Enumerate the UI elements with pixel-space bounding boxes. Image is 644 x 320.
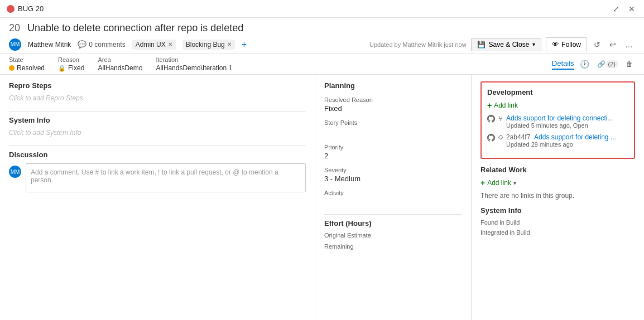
tag-blocking-bug: Blocking Bug ✕ (182, 40, 235, 50)
area-value: AllHandsDemo (98, 64, 142, 72)
eye-icon: 👁 (552, 40, 559, 49)
toolbar-right: Updated by Matthew Mitrik just now 💾 Sav… (369, 37, 635, 51)
iteration-label: Iteration (156, 56, 232, 63)
history-tab[interactable]: 🕐 (578, 59, 592, 70)
area-field: Area AllHandsDemo (98, 56, 142, 72)
area-label: Area (98, 56, 142, 63)
system-info-title: System Info (9, 116, 306, 124)
priority-value: 2 (324, 152, 462, 160)
iteration-field: Iteration AllHandsDemo\Iteration 1 (156, 56, 232, 72)
more-button[interactable]: … (623, 39, 635, 50)
effort-title: Effort (Hours) (324, 219, 462, 227)
story-points-value[interactable] (324, 127, 462, 137)
save-icon: 💾 (477, 41, 486, 49)
repro-steps-placeholder[interactable]: Click to add Repro Steps (9, 94, 306, 102)
found-in-build-field: Found in Build (480, 219, 635, 226)
discussion-title: Discussion (9, 151, 306, 159)
title-bar-left: BUG 20 (7, 4, 44, 13)
activity-value[interactable] (324, 197, 462, 207)
comments-link[interactable]: 💬 0 comments (78, 40, 125, 49)
activity-field: Activity (324, 190, 462, 207)
reason-label: Reason (58, 56, 84, 63)
dev-add-link-button[interactable]: + Add link (487, 101, 628, 110)
work-item-title-text: Unable to delete connection after repo i… (27, 22, 243, 33)
links-badge: (2) (605, 60, 618, 68)
priority-field: Priority 2 (324, 144, 462, 160)
middle-separator (324, 214, 462, 215)
iteration-value: AllHandsDemo\Iteration 1 (156, 64, 232, 72)
remove-admin-ux-tag[interactable]: ✕ (168, 41, 172, 47)
github-icon-2 (487, 134, 495, 143)
dev-item-1: ⑂ Adds support for deleting connecti... … (487, 114, 628, 129)
save-close-button[interactable]: 💾 Save & Close ▾ (471, 38, 542, 51)
close-button[interactable]: ✕ (626, 3, 637, 14)
integrated-in-build-field: Integrated in Build (480, 229, 635, 236)
trash-tab[interactable]: 🗑 (624, 59, 635, 69)
work-item-header: 20 Unable to delete connection after rep… (0, 18, 644, 54)
lock-icon: 🔒 (58, 65, 66, 72)
updated-text: Updated by Matthew Mitrik just now (369, 41, 467, 48)
fields-bar-right: Details 🕐 🔗(2) 🗑 (552, 56, 635, 72)
remove-blocking-bug-tag[interactable]: ✕ (227, 41, 232, 47)
comment-area: MM Add a comment. Use # to link a work i… (9, 163, 306, 192)
pr-icon: ⑂ (498, 114, 503, 123)
remaining-field: Remaining (324, 243, 462, 250)
work-item-title-row: 20 Unable to delete connection after rep… (9, 22, 635, 34)
title-bar-text: BUG 20 (18, 4, 44, 13)
severity-label: Severity (324, 167, 462, 173)
plus-icon: + (487, 101, 492, 110)
discussion-section: Discussion MM Add a comment. Use # to li… (9, 151, 306, 192)
comment-input[interactable]: Add a comment. Use # to link a work item… (26, 163, 306, 192)
story-points-field: Story Points (324, 119, 462, 137)
expand-button[interactable]: ⤢ (611, 3, 622, 14)
dev-item-2-text[interactable]: 2ab44f7 Adds support for deleting ... (506, 133, 616, 141)
separator-2 (9, 146, 306, 146)
bug-icon (7, 5, 15, 13)
related-work-section: Related Work + Add link ▾ There are no l… (480, 166, 635, 200)
found-in-build-label: Found in Build (480, 219, 635, 226)
development-title: Development (487, 88, 628, 96)
plus-icon-related: + (480, 178, 485, 187)
comment-icon: 💬 (78, 40, 86, 49)
left-panel: Repro Steps Click to add Repro Steps Sys… (0, 75, 315, 320)
severity-value: 3 - Medium (324, 174, 462, 183)
activity-label: Activity (324, 190, 462, 196)
no-links-text: There are no links in this group. (480, 192, 635, 200)
related-add-link-button[interactable]: + Add link ▾ (480, 178, 635, 187)
original-estimate-field: Original Estimate (324, 232, 462, 239)
title-bar-right: ⤢ ✕ (611, 3, 637, 14)
undo-button[interactable]: ↩ (607, 39, 618, 50)
refresh-button[interactable]: ↺ (592, 39, 603, 50)
meta-bar: MM Matthew Mitrik 💬 0 comments Admin UX … (9, 37, 635, 51)
comments-count: 0 comments (89, 41, 125, 49)
integrated-in-build-label: Integrated in Build (480, 229, 635, 236)
tab-details[interactable]: Details (552, 59, 574, 70)
links-tab[interactable]: 🔗(2) (595, 59, 621, 69)
middle-panel: Planning Resolved Reason Fixed Story Poi… (315, 75, 472, 320)
work-item-id: 20 (9, 22, 20, 33)
state-dot (9, 65, 15, 71)
add-tag-button[interactable]: + (242, 40, 247, 50)
dev-item-2: ◇ 2ab44f7 Adds support for deleting ... … (487, 133, 628, 148)
follow-button[interactable]: 👁 Follow (546, 37, 587, 51)
tag-admin-ux: Admin UX ✕ (132, 40, 176, 50)
title-bar: BUG 20 ⤢ ✕ (0, 0, 644, 18)
github-icon-1 (487, 115, 495, 124)
planning-title: Planning (324, 81, 462, 90)
development-section: Development + Add link ⑂ Adds support fo… (480, 81, 635, 159)
remaining-label: Remaining (324, 243, 462, 250)
main-content: Repro Steps Click to add Repro Steps Sys… (0, 75, 644, 320)
resolved-reason-label: Resolved Reason (324, 96, 462, 103)
state-label: State (9, 56, 45, 63)
related-work-title: Related Work (480, 166, 635, 174)
author-name: Matthew Mitrik (28, 41, 71, 49)
right-system-info-section: System Info Found in Build Integrated in… (480, 206, 635, 236)
effort-section: Effort (Hours) Original Estimate Remaini… (324, 219, 462, 250)
priority-label: Priority (324, 144, 462, 151)
commit-icon: ◇ (498, 133, 503, 140)
original-estimate-label: Original Estimate (324, 232, 462, 239)
avatar: MM (9, 38, 21, 51)
system-info-placeholder[interactable]: Click to add System Info (9, 129, 306, 137)
state-value: Resolved (9, 64, 45, 72)
dev-item-1-text[interactable]: Adds support for deleting connecti... (506, 114, 613, 122)
